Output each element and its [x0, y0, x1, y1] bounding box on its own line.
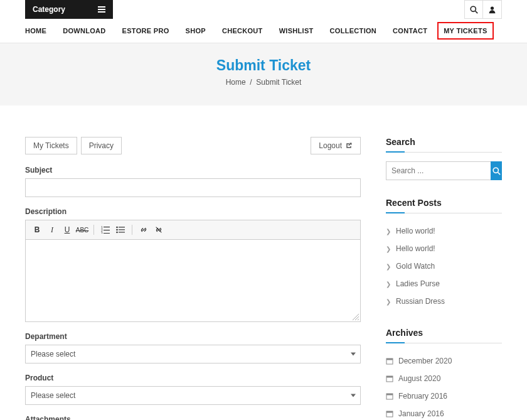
list-item: ❯Hello world!	[386, 222, 502, 240]
svg-point-2	[491, 6, 494, 9]
breadcrumb: Home / Submit Ticket	[0, 78, 527, 87]
category-menu[interactable]: Category	[25, 0, 113, 19]
svg-rect-10	[119, 227, 125, 227]
main-nav: HOME DOWNLOAD ESTORE PRO SHOP CHECKOUT W…	[25, 19, 502, 43]
user-icon	[488, 6, 496, 14]
unlink-icon	[154, 225, 163, 234]
recent-posts-list: ❯Hello world! ❯Hello world! ❯Gold Watch …	[386, 222, 502, 310]
nav-checkout[interactable]: CHECKOUT	[222, 27, 263, 35]
list-item: ❯Hello world!	[386, 240, 502, 257]
ordered-list-icon: 123	[101, 226, 110, 234]
ordered-list-button[interactable]: 123	[99, 223, 112, 236]
chevron-right-icon: ❯	[386, 263, 391, 270]
chevron-right-icon: ❯	[386, 245, 391, 252]
svg-rect-6	[104, 230, 110, 230]
nav-highlight: MY TICKETS	[437, 22, 493, 40]
product-select[interactable]: Please select	[25, 386, 361, 405]
my-tickets-button[interactable]: My Tickets	[25, 137, 77, 154]
list-item: ❯Russian Dress	[386, 293, 502, 310]
attachments-label: Attachments	[25, 415, 361, 420]
svg-rect-25	[386, 411, 393, 413]
nav-estore-pro[interactable]: ESTORE PRO	[122, 27, 169, 35]
search-icon	[470, 6, 478, 14]
svg-rect-19	[386, 358, 393, 360]
archives-title: Archives	[386, 328, 502, 343]
calendar-icon	[386, 392, 393, 400]
recent-posts-title: Recent Posts	[386, 198, 502, 213]
nav-wishlist[interactable]: WISHLIST	[279, 27, 314, 35]
category-label: Category	[33, 5, 65, 14]
unordered-list-icon	[116, 226, 125, 234]
logout-label: Logout	[319, 141, 342, 150]
link-button[interactable]	[137, 223, 150, 236]
svg-rect-23	[386, 394, 393, 396]
svg-rect-12	[119, 229, 125, 230]
breadcrumb-current: Submit Ticket	[256, 78, 301, 87]
search-icon	[492, 167, 501, 175]
nav-shop[interactable]: SHOP	[186, 27, 206, 35]
svg-text:3: 3	[101, 232, 103, 234]
svg-rect-14	[119, 232, 125, 232]
italic-button[interactable]: I	[46, 223, 58, 236]
svg-point-9	[116, 227, 118, 229]
privacy-button[interactable]: Privacy	[81, 137, 122, 154]
underline-button[interactable]: U	[61, 223, 73, 236]
nav-home[interactable]: HOME	[25, 27, 46, 35]
chevron-right-icon: ❯	[386, 281, 391, 288]
bold-button[interactable]: B	[31, 223, 43, 236]
list-item: ❯Ladies Purse	[386, 275, 502, 293]
nav-collection[interactable]: COLLECTION	[330, 27, 377, 35]
logout-button[interactable]: Logout	[311, 137, 361, 154]
search-button[interactable]	[464, 0, 483, 19]
archives-list: December 2020 August 2020 February 2016 …	[386, 352, 502, 420]
calendar-icon	[386, 375, 393, 382]
link-icon	[139, 225, 148, 234]
description-textarea[interactable]	[26, 240, 360, 321]
unlink-button[interactable]	[152, 223, 165, 236]
calendar-icon	[386, 410, 393, 417]
svg-point-0	[471, 6, 476, 11]
product-label: Product	[25, 374, 361, 382]
search-input[interactable]	[386, 161, 491, 180]
subject-label: Subject	[25, 166, 361, 175]
svg-point-16	[493, 168, 498, 173]
nav-contact[interactable]: CONTACT	[393, 27, 427, 35]
svg-point-11	[116, 229, 118, 231]
list-item: February 2016	[386, 387, 502, 405]
chevron-right-icon: ❯	[386, 298, 391, 305]
svg-line-17	[498, 172, 500, 175]
hero: Submit Ticket Home / Submit Ticket	[0, 43, 527, 105]
calendar-icon	[386, 357, 393, 365]
list-item: January 2016	[386, 405, 502, 420]
description-label: Description	[25, 207, 361, 216]
list-item: December 2020	[386, 352, 502, 370]
search-submit-button[interactable]	[491, 161, 502, 180]
nav-my-tickets[interactable]: MY TICKETS	[444, 27, 487, 35]
chevron-right-icon: ❯	[386, 228, 391, 235]
account-button[interactable]	[483, 0, 502, 19]
hamburger-icon	[98, 6, 105, 13]
nav-download[interactable]: DOWNLOAD	[63, 27, 105, 35]
list-item: August 2020	[386, 370, 502, 387]
strikethrough-button[interactable]: ABC	[76, 223, 88, 236]
breadcrumb-home[interactable]: Home	[226, 78, 246, 87]
editor-toolbar: B I U ABC 123	[26, 220, 360, 240]
svg-rect-21	[386, 376, 393, 378]
svg-rect-8	[104, 233, 110, 234]
svg-point-13	[116, 232, 118, 234]
list-item: ❯Gold Watch	[386, 257, 502, 275]
unordered-list-button[interactable]	[114, 223, 127, 236]
description-editor: B I U ABC 123	[25, 220, 361, 322]
subject-input[interactable]	[25, 178, 361, 197]
page-title: Submit Ticket	[0, 57, 527, 74]
resize-handle-icon[interactable]	[353, 314, 359, 320]
svg-line-1	[475, 11, 477, 13]
search-widget-title: Search	[386, 137, 502, 153]
external-link-icon	[345, 142, 353, 149]
svg-rect-4	[104, 227, 110, 227]
department-label: Department	[25, 332, 361, 341]
department-select[interactable]: Please select	[25, 345, 361, 363]
